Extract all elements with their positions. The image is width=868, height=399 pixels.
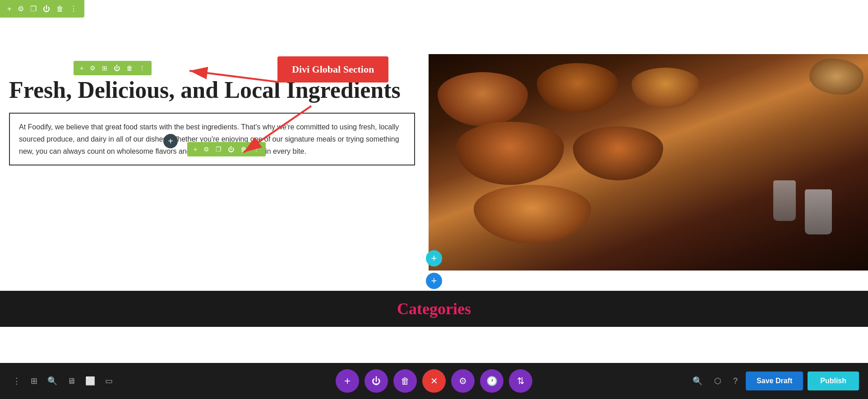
- dark-section: Categories: [0, 291, 868, 327]
- bar-delete-button[interactable]: 🗑: [393, 369, 417, 393]
- main-canvas: + ⚙ ⊞ ⏻ 🗑 ⋮ + ⚙ ❐ ⏻ 🗑 ⋮ Divi Global Sect…: [0, 27, 868, 363]
- text-column: Fresh, Delicious, and Local Ingredients …: [0, 54, 429, 271]
- bar-help-button[interactable]: ?: [729, 373, 741, 390]
- publish-button[interactable]: Publish: [808, 371, 859, 390]
- food-image-column: [429, 54, 868, 271]
- top-settings-button[interactable]: ⚙: [16, 3, 26, 15]
- section-toolbar[interactable]: + ⚙ ⊞ ⏻ 🗑 ⋮: [74, 61, 152, 75]
- bar-search-button[interactable]: 🔍: [44, 372, 61, 390]
- bar-settings-button[interactable]: ⚙: [451, 369, 475, 393]
- divi-global-section-badge: Divi Global Section: [277, 56, 388, 83]
- section-settings-button[interactable]: ⚙: [88, 63, 97, 73]
- bar-sort-button[interactable]: ⇅: [509, 369, 532, 393]
- module-toolbar[interactable]: + ⚙ ❐ ⏻ 🗑 ⋮: [187, 142, 266, 156]
- global-badge-label: Divi Global Section: [292, 64, 374, 75]
- top-clone-button[interactable]: ❐: [28, 3, 38, 15]
- module-add-button[interactable]: +: [192, 144, 199, 154]
- module-clone-button[interactable]: ❐: [214, 144, 223, 154]
- bar-power-button[interactable]: ⏻: [365, 369, 388, 393]
- top-delete-button[interactable]: 🗑: [55, 3, 65, 15]
- bar-divi-button[interactable]: ⬡: [711, 372, 725, 390]
- food-image: [429, 54, 868, 271]
- bar-desktop-button[interactable]: 🖥: [64, 373, 79, 390]
- section-delete-button[interactable]: 🗑: [125, 63, 134, 73]
- add-section-button-1[interactable]: +: [426, 250, 442, 266]
- bar-history-button[interactable]: 🕐: [480, 369, 503, 393]
- bar-center-buttons: + ⏻ 🗑 ✕ ⚙ 🕐 ⇅: [336, 369, 532, 393]
- bar-menu-button[interactable]: ⋮: [9, 372, 24, 390]
- text-block: At Foodify, we believe that great food s…: [9, 113, 415, 166]
- section-power-button[interactable]: ⏻: [112, 63, 122, 73]
- bar-tablet-button[interactable]: ⬜: [82, 372, 99, 390]
- categories-label: Categories: [397, 299, 471, 318]
- builder-bar: ⋮ ⊞ 🔍 🖥 ⬜ ▭ + ⏻ 🗑 ✕ ⚙ 🕐 ⇅ 🔍 ⬡ ? Save Dra…: [0, 363, 868, 399]
- bar-layout-button[interactable]: ⊞: [27, 372, 41, 390]
- top-add-button[interactable]: +: [5, 3, 13, 15]
- bar-add-button[interactable]: +: [336, 369, 359, 393]
- bar-close-button[interactable]: ✕: [422, 369, 446, 393]
- save-draft-button[interactable]: Save Draft: [746, 371, 803, 390]
- bar-search-right-button[interactable]: 🔍: [689, 372, 706, 390]
- module-power-button[interactable]: ⏻: [226, 144, 236, 154]
- module-settings-button[interactable]: ⚙: [202, 144, 211, 154]
- section-grid-button[interactable]: ⊞: [100, 63, 109, 73]
- add-section-button-2[interactable]: +: [426, 273, 442, 289]
- top-more-button[interactable]: ⋮: [68, 3, 79, 15]
- text-add-button[interactable]: +: [163, 134, 178, 148]
- section-more-button[interactable]: ⋮: [137, 63, 147, 73]
- top-section-toolbar[interactable]: + ⚙ ❐ ⏻ 🗑 ⋮: [0, 0, 84, 18]
- content-section: Fresh, Delicious, and Local Ingredients …: [0, 54, 868, 271]
- bar-left-icons: ⋮ ⊞ 🔍 🖥 ⬜ ▭: [9, 372, 116, 390]
- bar-right-actions: 🔍 ⬡ ? Save Draft Publish: [689, 371, 859, 390]
- module-more-button[interactable]: ⋮: [251, 144, 261, 154]
- top-power-button[interactable]: ⏻: [41, 3, 52, 15]
- section-add-button[interactable]: +: [78, 63, 85, 73]
- bar-mobile-button[interactable]: ▭: [102, 372, 116, 390]
- module-delete-button[interactable]: 🗑: [239, 144, 249, 154]
